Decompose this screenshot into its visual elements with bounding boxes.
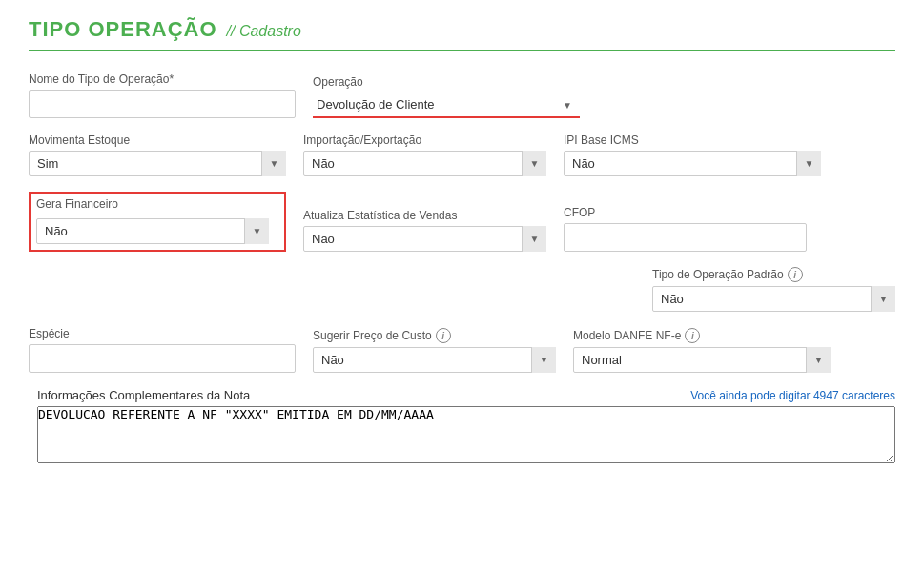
form-section: Nome do Tipo de Operação* Operação Devol… <box>29 72 895 479</box>
tipo-op-select[interactable]: Não Sim <box>652 286 895 312</box>
atualiza-select-wrapper: Não Sim ▼ <box>303 226 546 252</box>
page-header: TIPO OPERAÇÃO // Cadastro <box>29 17 895 42</box>
row-5: Espécie Sugerir Preço de Custo i Não Sim… <box>29 327 895 373</box>
especie-label: Espécie <box>29 327 296 340</box>
tipo-op-label: Tipo de Operação Padrão <box>652 268 784 281</box>
especie-group: Espécie <box>29 327 296 373</box>
movimenta-label: Movimenta Estoque <box>29 133 286 147</box>
sugerir-select-wrapper: Não Sim ▼ <box>313 347 556 373</box>
movimenta-group: Movimenta Estoque Sim Não ▼ <box>29 133 286 176</box>
modelo-group: Modelo DANFE NF-e i Normal Simplificado … <box>573 328 831 373</box>
cfop-input[interactable] <box>564 223 807 252</box>
page-subtitle: // Cadastro <box>227 23 301 40</box>
nome-label: Nome do Tipo de Operação* <box>29 72 296 86</box>
modelo-info-icon[interactable]: i <box>685 328 700 343</box>
ipi-label: IPI Base ICMS <box>564 133 821 147</box>
atualiza-label: Atualiza Estatística de Vendas <box>303 209 546 222</box>
tipo-op-select-wrapper: Não Sim ▼ <box>652 286 895 312</box>
ipi-select[interactable]: Não Sim <box>564 151 821 176</box>
importacao-select-wrapper: Não Sim ▼ <box>303 151 546 176</box>
cfop-label: CFOP <box>564 206 807 219</box>
importacao-label: Importação/Exportação <box>303 133 546 147</box>
operacao-select-wrapper: Devolução de Cliente Venda Compra Transf… <box>313 92 580 118</box>
gera-group: Gera Financeiro Não Sim ▼ <box>29 192 286 252</box>
movimenta-select[interactable]: Sim Não <box>29 151 286 176</box>
operacao-select[interactable]: Devolução de Cliente Venda Compra Transf… <box>313 92 580 118</box>
row-1: Nome do Tipo de Operação* Operação Devol… <box>29 72 895 118</box>
sugerir-select[interactable]: Não Sim <box>313 347 556 373</box>
info-comp-header: Informações Complementares da Nota Você … <box>37 388 895 402</box>
operacao-label: Operação <box>313 75 580 89</box>
ipi-select-wrapper: Não Sim ▼ <box>564 151 821 176</box>
nome-group: Nome do Tipo de Operação* <box>29 72 296 118</box>
info-comp-label: Informações Complementares da Nota <box>37 388 250 402</box>
atualiza-group: Atualiza Estatística de Vendas Não Sim ▼ <box>303 209 546 252</box>
modelo-label-row: Modelo DANFE NF-e i <box>573 328 831 343</box>
row-3: Gera Financeiro Não Sim ▼ Atualiza Estat… <box>29 192 895 252</box>
char-count: Você ainda pode digitar 4947 caracteres <box>250 389 895 402</box>
page-title: TIPO OPERAÇÃO <box>29 17 217 42</box>
importacao-select[interactable]: Não Sim <box>303 151 546 176</box>
row-2: Movimenta Estoque Sim Não ▼ Importação/E… <box>29 133 895 176</box>
nome-input[interactable] <box>29 90 296 118</box>
tipo-op-group: Tipo de Operação Padrão i Não Sim ▼ <box>652 267 895 312</box>
row-6: Informações Complementares da Nota Você … <box>29 388 895 463</box>
tipo-op-label-row: Tipo de Operação Padrão i <box>652 267 895 282</box>
movimenta-select-wrapper: Sim Não ▼ <box>29 151 286 176</box>
sugerir-info-icon[interactable]: i <box>436 328 451 343</box>
gera-select[interactable]: Não Sim <box>36 218 269 244</box>
info-comp-textarea[interactable]: DEVOLUCAO REFERENTE A NF "XXXX" EMITIDA … <box>37 406 895 463</box>
sugerir-group: Sugerir Preço de Custo i Não Sim ▼ <box>313 328 556 373</box>
atualiza-select[interactable]: Não Sim <box>303 226 546 252</box>
modelo-select-wrapper: Normal Simplificado ▼ <box>573 347 831 373</box>
sugerir-label: Sugerir Preço de Custo <box>313 329 432 342</box>
importacao-group: Importação/Exportação Não Sim ▼ <box>303 133 546 176</box>
tipo-op-info-icon[interactable]: i <box>788 267 803 282</box>
ipi-group: IPI Base ICMS Não Sim ▼ <box>564 133 821 176</box>
modelo-select[interactable]: Normal Simplificado <box>573 347 831 373</box>
operacao-group: Operação Devolução de Cliente Venda Comp… <box>313 75 580 118</box>
page-container: TIPO OPERAÇÃO // Cadastro Nome do Tipo d… <box>0 0 924 573</box>
modelo-label: Modelo DANFE NF-e <box>573 329 681 342</box>
gera-label: Gera Financeiro <box>36 197 278 211</box>
especie-input[interactable] <box>29 344 296 373</box>
header-divider <box>29 50 895 51</box>
gera-select-wrapper: Não Sim ▼ <box>36 218 269 244</box>
sugerir-label-row: Sugerir Preço de Custo i <box>313 328 556 343</box>
row-4: Tipo de Operação Padrão i Não Sim ▼ <box>29 267 895 312</box>
cfop-group: CFOP <box>564 206 807 252</box>
